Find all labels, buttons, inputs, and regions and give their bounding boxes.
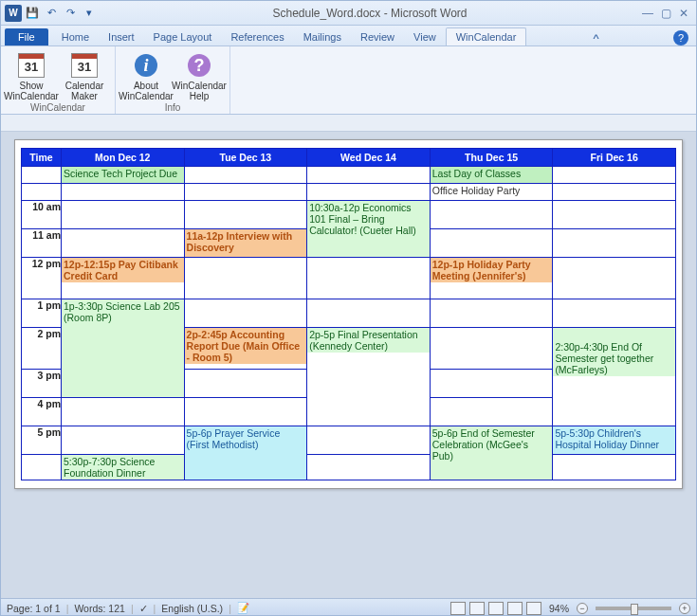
about-wincalendar-button[interactable]: i About WinCalendar — [121, 48, 171, 101]
row-530pm: 5:30p-7:30p Science Foundation Dinner — [22, 455, 676, 480]
header-mon: Mon Dec 12 — [62, 149, 185, 167]
view-fullscreen-icon[interactable] — [469, 602, 485, 615]
ribbon-group-label: WinCalendar — [7, 101, 109, 114]
row-5pm: 5 pm 5p-6p Prayer Service (First Methodi… — [22, 426, 676, 455]
tab-home[interactable]: Home — [52, 28, 99, 45]
event-interview[interactable]: 11a-12p Interview with Discovery — [185, 229, 307, 257]
tab-wincalendar[interactable]: WinCalendar — [446, 27, 527, 45]
event-citibank[interactable]: 12p-12:15p Pay Citibank Credit Card — [62, 258, 184, 282]
header-time: Time — [22, 149, 62, 167]
row-12pm: 12 pm 12p-12:15p Pay Citibank Credit Car… — [22, 258, 676, 299]
document-page: Time Mon Dec 12 Tue Dec 13 Wed Dec 14 Th… — [14, 139, 683, 489]
help-icon[interactable]: ? — [673, 30, 688, 45]
view-outline-icon[interactable] — [507, 602, 523, 615]
word-icon[interactable]: W — [5, 5, 22, 22]
event-economics[interactable]: 10:30a-12p Economics 101 Final – Bring C… — [307, 201, 430, 257]
event-last-day[interactable]: Last Day of Classes — [431, 167, 553, 183]
zoom-out-button[interactable]: − — [577, 603, 588, 614]
ribbon: 31 Show WinCalendar 31 Calendar Maker Wi… — [1, 46, 696, 115]
event-science-tech[interactable]: Science Tech Project Due — [62, 167, 184, 183]
event-childrens-hospital[interactable]: 5p-5:30p Children's Hospital Holiday Din… — [553, 426, 675, 454]
minimize-icon[interactable]: — — [642, 7, 653, 20]
row-10am: 10 am 10:30a-12p Economics 101 Final – B… — [22, 201, 676, 229]
event-holiday-meeting[interactable]: 12p-1p Holiday Party Meeting (Jennifer's… — [431, 258, 553, 282]
event-celebration[interactable]: 5p-6p End of Semester Celebration (McGee… — [431, 426, 553, 480]
insert-mode-icon[interactable]: 📝 — [237, 602, 249, 614]
qat-dropdown-icon[interactable]: ▾ — [81, 5, 98, 22]
event-presentation[interactable]: 2p-5p Final Presentation (Kennedy Center… — [307, 328, 430, 353]
header-fri: Fri Dec 16 — [553, 149, 676, 167]
maximize-icon[interactable]: ▢ — [661, 7, 671, 20]
ribbon-group-label: Info — [121, 101, 224, 114]
question-icon: ? — [188, 54, 211, 77]
status-bar: Page: 1 of 1 | Words: 121 | ✓ | English … — [1, 598, 696, 616]
save-icon[interactable]: 💾 — [24, 5, 41, 22]
row-1pm: 1 pm 1p-3:30p Science Lab 205 (Room 8P) — [22, 299, 676, 328]
ribbon-group-wincalendar: 31 Show WinCalendar 31 Calendar Maker Wi… — [1, 46, 116, 114]
event-semester-together[interactable]: 2:30p-4:30p End Of Semester get together… — [553, 328, 675, 376]
header-row: Time Mon Dec 12 Tue Dec 13 Wed Dec 14 Th… — [22, 149, 676, 167]
redo-icon[interactable]: ↷ — [62, 5, 79, 22]
calendar-table: Time Mon Dec 12 Tue Dec 13 Wed Dec 14 Th… — [21, 148, 676, 480]
close-icon[interactable]: ✕ — [679, 7, 688, 20]
tab-references[interactable]: References — [221, 28, 293, 45]
status-page[interactable]: Page: 1 of 1 — [7, 603, 61, 614]
info-icon: i — [135, 54, 157, 77]
status-language[interactable]: English (U.S.) — [161, 603, 223, 614]
wincalendar-help-button[interactable]: ? WinCalendar Help — [174, 48, 224, 101]
zoom-slider[interactable] — [596, 607, 671, 610]
title-bar: W 💾 ↶ ↷ ▾ Schedule_Word.docx - Microsoft… — [1, 1, 696, 26]
ribbon-minimize-icon[interactable]: ^ — [594, 31, 599, 45]
document-area[interactable]: Time Mon Dec 12 Tue Dec 13 Wed Dec 14 Th… — [1, 132, 696, 598]
status-words[interactable]: Words: 121 — [74, 603, 125, 614]
tab-view[interactable]: View — [404, 28, 446, 45]
view-print-layout-icon[interactable] — [450, 602, 466, 615]
header-thu: Thu Dec 15 — [430, 149, 553, 167]
event-foundation-dinner[interactable]: 5:30p-7:30p Science Foundation Dinner — [62, 455, 184, 480]
tab-file[interactable]: File — [5, 28, 48, 45]
quick-access-toolbar: W 💾 ↶ ↷ ▾ — [1, 5, 98, 22]
horizontal-ruler[interactable] — [1, 115, 696, 132]
event-science-lab[interactable]: 1p-3:30p Science Lab 205 (Room 8P) — [62, 299, 184, 397]
view-web-icon[interactable] — [488, 602, 504, 615]
zoom-in-button[interactable]: + — [679, 603, 690, 614]
ribbon-tabs: File Home Insert Page Layout References … — [1, 26, 696, 46]
tab-mailings[interactable]: Mailings — [294, 28, 351, 45]
undo-icon[interactable]: ↶ — [43, 5, 60, 22]
calendar-icon: 31 — [71, 53, 98, 78]
calendar-icon: 31 — [18, 53, 45, 78]
ribbon-group-info: i About WinCalendar ? WinCalendar Help I… — [116, 46, 230, 114]
event-office-party[interactable]: Office Holiday Party — [431, 184, 553, 200]
tab-page-layout[interactable]: Page Layout — [144, 28, 222, 45]
calendar-maker-button[interactable]: 31 Calendar Maker — [60, 48, 109, 101]
zoom-level[interactable]: 94% — [549, 603, 569, 614]
show-wincalendar-button[interactable]: 31 Show WinCalendar — [7, 48, 56, 101]
tab-insert[interactable]: Insert — [99, 28, 144, 45]
window-title: Schedule_Word.docx - Microsoft Word — [98, 7, 642, 20]
allday-row-1: Science Tech Project Due Last Day of Cla… — [22, 167, 676, 184]
allday-row-2: Office Holiday Party — [22, 184, 676, 201]
window-controls: — ▢ ✕ — [642, 7, 696, 20]
event-accounting[interactable]: 2p-2:45p Accounting Report Due (Main Off… — [185, 328, 307, 364]
header-tue: Tue Dec 13 — [184, 149, 307, 167]
tab-review[interactable]: Review — [351, 28, 404, 45]
header-wed: Wed Dec 14 — [307, 149, 431, 167]
event-prayer[interactable]: 5p-6p Prayer Service (First Methodist) — [185, 426, 307, 480]
view-draft-icon[interactable] — [526, 602, 541, 615]
proofing-icon[interactable]: ✓ — [139, 603, 148, 614]
